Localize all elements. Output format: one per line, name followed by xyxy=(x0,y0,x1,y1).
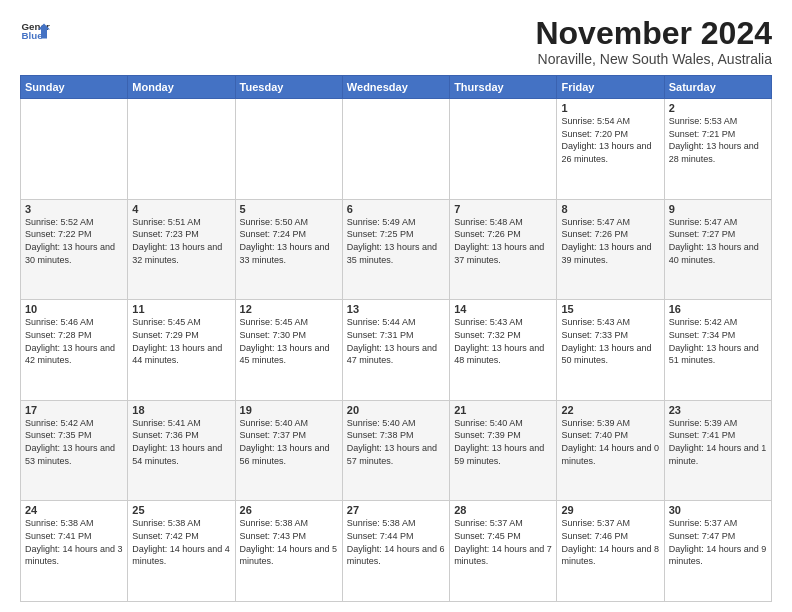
weekday-header: Tuesday xyxy=(235,76,342,99)
day-info: Sunrise: 5:37 AM Sunset: 7:47 PM Dayligh… xyxy=(669,517,767,567)
day-number: 6 xyxy=(347,203,445,215)
calendar-cell: 30Sunrise: 5:37 AM Sunset: 7:47 PM Dayli… xyxy=(664,501,771,602)
day-number: 1 xyxy=(561,102,659,114)
weekday-header: Thursday xyxy=(450,76,557,99)
calendar-cell: 7Sunrise: 5:48 AM Sunset: 7:26 PM Daylig… xyxy=(450,199,557,300)
day-info: Sunrise: 5:40 AM Sunset: 7:37 PM Dayligh… xyxy=(240,417,338,467)
day-number: 3 xyxy=(25,203,123,215)
day-info: Sunrise: 5:50 AM Sunset: 7:24 PM Dayligh… xyxy=(240,216,338,266)
calendar-cell: 24Sunrise: 5:38 AM Sunset: 7:41 PM Dayli… xyxy=(21,501,128,602)
day-number: 11 xyxy=(132,303,230,315)
weekday-header-row: SundayMondayTuesdayWednesdayThursdayFrid… xyxy=(21,76,772,99)
day-number: 20 xyxy=(347,404,445,416)
calendar-cell xyxy=(21,99,128,200)
calendar-cell: 4Sunrise: 5:51 AM Sunset: 7:23 PM Daylig… xyxy=(128,199,235,300)
day-info: Sunrise: 5:51 AM Sunset: 7:23 PM Dayligh… xyxy=(132,216,230,266)
calendar-cell xyxy=(342,99,449,200)
calendar-cell: 26Sunrise: 5:38 AM Sunset: 7:43 PM Dayli… xyxy=(235,501,342,602)
logo-icon: General Blue xyxy=(20,16,50,46)
header: General Blue November 2024 Noraville, Ne… xyxy=(20,16,772,67)
calendar-cell: 15Sunrise: 5:43 AM Sunset: 7:33 PM Dayli… xyxy=(557,300,664,401)
weekday-header: Friday xyxy=(557,76,664,99)
weekday-header: Sunday xyxy=(21,76,128,99)
day-info: Sunrise: 5:38 AM Sunset: 7:43 PM Dayligh… xyxy=(240,517,338,567)
calendar-cell: 1Sunrise: 5:54 AM Sunset: 7:20 PM Daylig… xyxy=(557,99,664,200)
day-number: 29 xyxy=(561,504,659,516)
day-info: Sunrise: 5:48 AM Sunset: 7:26 PM Dayligh… xyxy=(454,216,552,266)
day-info: Sunrise: 5:42 AM Sunset: 7:34 PM Dayligh… xyxy=(669,316,767,366)
calendar-cell: 11Sunrise: 5:45 AM Sunset: 7:29 PM Dayli… xyxy=(128,300,235,401)
day-number: 10 xyxy=(25,303,123,315)
day-info: Sunrise: 5:37 AM Sunset: 7:46 PM Dayligh… xyxy=(561,517,659,567)
location: Noraville, New South Wales, Australia xyxy=(535,51,772,67)
day-info: Sunrise: 5:42 AM Sunset: 7:35 PM Dayligh… xyxy=(25,417,123,467)
calendar-cell: 28Sunrise: 5:37 AM Sunset: 7:45 PM Dayli… xyxy=(450,501,557,602)
weekday-header: Monday xyxy=(128,76,235,99)
day-number: 24 xyxy=(25,504,123,516)
day-number: 9 xyxy=(669,203,767,215)
calendar-cell: 27Sunrise: 5:38 AM Sunset: 7:44 PM Dayli… xyxy=(342,501,449,602)
calendar-cell: 12Sunrise: 5:45 AM Sunset: 7:30 PM Dayli… xyxy=(235,300,342,401)
calendar-cell: 8Sunrise: 5:47 AM Sunset: 7:26 PM Daylig… xyxy=(557,199,664,300)
calendar-week-row: 1Sunrise: 5:54 AM Sunset: 7:20 PM Daylig… xyxy=(21,99,772,200)
day-info: Sunrise: 5:39 AM Sunset: 7:41 PM Dayligh… xyxy=(669,417,767,467)
weekday-header: Saturday xyxy=(664,76,771,99)
day-info: Sunrise: 5:40 AM Sunset: 7:38 PM Dayligh… xyxy=(347,417,445,467)
calendar-cell: 19Sunrise: 5:40 AM Sunset: 7:37 PM Dayli… xyxy=(235,400,342,501)
day-info: Sunrise: 5:45 AM Sunset: 7:29 PM Dayligh… xyxy=(132,316,230,366)
day-info: Sunrise: 5:38 AM Sunset: 7:44 PM Dayligh… xyxy=(347,517,445,567)
page: General Blue November 2024 Noraville, Ne… xyxy=(0,0,792,612)
day-info: Sunrise: 5:52 AM Sunset: 7:22 PM Dayligh… xyxy=(25,216,123,266)
day-number: 23 xyxy=(669,404,767,416)
day-info: Sunrise: 5:38 AM Sunset: 7:41 PM Dayligh… xyxy=(25,517,123,567)
day-info: Sunrise: 5:44 AM Sunset: 7:31 PM Dayligh… xyxy=(347,316,445,366)
calendar-cell xyxy=(128,99,235,200)
day-info: Sunrise: 5:47 AM Sunset: 7:26 PM Dayligh… xyxy=(561,216,659,266)
day-number: 2 xyxy=(669,102,767,114)
calendar-cell: 3Sunrise: 5:52 AM Sunset: 7:22 PM Daylig… xyxy=(21,199,128,300)
day-info: Sunrise: 5:49 AM Sunset: 7:25 PM Dayligh… xyxy=(347,216,445,266)
calendar-cell xyxy=(450,99,557,200)
day-number: 28 xyxy=(454,504,552,516)
weekday-header: Wednesday xyxy=(342,76,449,99)
day-number: 30 xyxy=(669,504,767,516)
day-number: 16 xyxy=(669,303,767,315)
day-info: Sunrise: 5:39 AM Sunset: 7:40 PM Dayligh… xyxy=(561,417,659,467)
calendar-cell: 6Sunrise: 5:49 AM Sunset: 7:25 PM Daylig… xyxy=(342,199,449,300)
calendar-cell: 9Sunrise: 5:47 AM Sunset: 7:27 PM Daylig… xyxy=(664,199,771,300)
day-number: 12 xyxy=(240,303,338,315)
day-number: 15 xyxy=(561,303,659,315)
calendar-cell: 14Sunrise: 5:43 AM Sunset: 7:32 PM Dayli… xyxy=(450,300,557,401)
title-section: November 2024 Noraville, New South Wales… xyxy=(535,16,772,67)
calendar-cell: 2Sunrise: 5:53 AM Sunset: 7:21 PM Daylig… xyxy=(664,99,771,200)
calendar-cell: 10Sunrise: 5:46 AM Sunset: 7:28 PM Dayli… xyxy=(21,300,128,401)
day-info: Sunrise: 5:43 AM Sunset: 7:33 PM Dayligh… xyxy=(561,316,659,366)
day-info: Sunrise: 5:47 AM Sunset: 7:27 PM Dayligh… xyxy=(669,216,767,266)
calendar-cell: 25Sunrise: 5:38 AM Sunset: 7:42 PM Dayli… xyxy=(128,501,235,602)
day-number: 14 xyxy=(454,303,552,315)
day-number: 8 xyxy=(561,203,659,215)
calendar-cell: 20Sunrise: 5:40 AM Sunset: 7:38 PM Dayli… xyxy=(342,400,449,501)
day-number: 17 xyxy=(25,404,123,416)
month-title: November 2024 xyxy=(535,16,772,51)
day-info: Sunrise: 5:37 AM Sunset: 7:45 PM Dayligh… xyxy=(454,517,552,567)
calendar-cell: 18Sunrise: 5:41 AM Sunset: 7:36 PM Dayli… xyxy=(128,400,235,501)
day-number: 19 xyxy=(240,404,338,416)
day-number: 22 xyxy=(561,404,659,416)
day-number: 21 xyxy=(454,404,552,416)
calendar-cell: 17Sunrise: 5:42 AM Sunset: 7:35 PM Dayli… xyxy=(21,400,128,501)
day-number: 4 xyxy=(132,203,230,215)
calendar-cell: 23Sunrise: 5:39 AM Sunset: 7:41 PM Dayli… xyxy=(664,400,771,501)
day-number: 5 xyxy=(240,203,338,215)
day-number: 18 xyxy=(132,404,230,416)
calendar-cell: 21Sunrise: 5:40 AM Sunset: 7:39 PM Dayli… xyxy=(450,400,557,501)
calendar-week-row: 24Sunrise: 5:38 AM Sunset: 7:41 PM Dayli… xyxy=(21,501,772,602)
day-info: Sunrise: 5:40 AM Sunset: 7:39 PM Dayligh… xyxy=(454,417,552,467)
calendar-table: SundayMondayTuesdayWednesdayThursdayFrid… xyxy=(20,75,772,602)
day-number: 7 xyxy=(454,203,552,215)
calendar-cell: 13Sunrise: 5:44 AM Sunset: 7:31 PM Dayli… xyxy=(342,300,449,401)
calendar-cell xyxy=(235,99,342,200)
calendar-cell: 22Sunrise: 5:39 AM Sunset: 7:40 PM Dayli… xyxy=(557,400,664,501)
calendar-cell: 29Sunrise: 5:37 AM Sunset: 7:46 PM Dayli… xyxy=(557,501,664,602)
calendar-cell: 5Sunrise: 5:50 AM Sunset: 7:24 PM Daylig… xyxy=(235,199,342,300)
